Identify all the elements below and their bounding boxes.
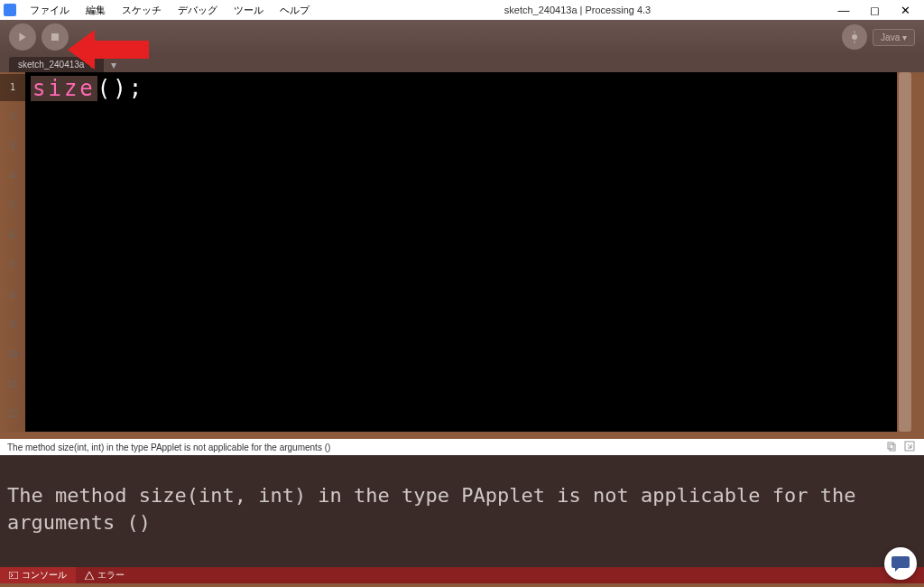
expand-error-icon[interactable] xyxy=(904,441,917,453)
debug-button[interactable] xyxy=(842,24,867,50)
console-output[interactable]: The method size(int, int) in the type PA… xyxy=(0,455,924,567)
error-message: The method size(int, int) in the type PA… xyxy=(7,443,330,452)
svg-rect-0 xyxy=(51,33,59,41)
maximize-button[interactable]: ◻ xyxy=(868,4,881,16)
tab-dropdown-icon[interactable]: ▼ xyxy=(88,61,95,70)
tab-label: sketch_240413a xyxy=(18,60,84,70)
app-icon xyxy=(4,4,16,16)
menu-debug[interactable]: デバッグ xyxy=(170,2,226,19)
line-number: 12 xyxy=(0,399,25,429)
code-editor[interactable]: size(); xyxy=(25,72,897,432)
sketch-tab[interactable]: sketch_240413a▼ xyxy=(9,57,104,72)
chat-icon xyxy=(891,554,910,573)
toolbar: Java ▾ xyxy=(0,20,924,54)
svg-rect-7 xyxy=(9,572,18,579)
editor-area: 1 2 3 4 5 6 7 8 9 10 11 12 size(); xyxy=(0,72,924,439)
menubar: ファイル 編集 スケッチ デバッグ ツール ヘルプ sketch_240413a… xyxy=(0,0,924,20)
play-icon xyxy=(17,32,28,42)
help-bubble[interactable] xyxy=(884,547,917,580)
menu-tool[interactable]: ツール xyxy=(226,2,272,19)
error-tab[interactable]: エラー xyxy=(76,567,134,583)
mode-selector[interactable]: Java ▾ xyxy=(873,29,915,46)
code-text: (); xyxy=(97,76,144,101)
error-status-bar: The method size(int, int) in the type PA… xyxy=(0,439,924,455)
line-number: 9 xyxy=(0,310,25,340)
vertical-scrollbar[interactable] xyxy=(899,72,911,432)
line-number: 6 xyxy=(0,220,25,250)
line-number: 5 xyxy=(0,191,25,220)
svg-rect-4 xyxy=(888,443,893,449)
menu-help[interactable]: ヘルプ xyxy=(272,2,318,19)
line-number: 3 xyxy=(0,131,25,161)
line-number: 10 xyxy=(0,340,25,369)
line-gutter: 1 2 3 4 5 6 7 8 9 10 11 12 xyxy=(0,72,25,432)
svg-point-1 xyxy=(852,34,857,40)
warning-icon xyxy=(85,572,94,580)
code-keyword: size xyxy=(31,76,97,101)
stop-icon xyxy=(51,33,60,42)
copy-error-icon[interactable] xyxy=(886,441,899,453)
tab-bar: sketch_240413a▼ ▾ xyxy=(0,54,924,72)
svg-rect-5 xyxy=(890,444,895,451)
console-tab[interactable]: コンソール xyxy=(0,567,76,583)
line-number: 2 xyxy=(0,101,25,131)
new-tab-button[interactable]: ▾ xyxy=(106,58,121,72)
line-number: 7 xyxy=(0,250,25,280)
menu-edit[interactable]: 編集 xyxy=(78,2,114,19)
line-number: 1 xyxy=(0,74,25,101)
stop-button[interactable] xyxy=(42,23,69,51)
window-title: sketch_240413a | Processing 4.3 xyxy=(318,5,837,15)
console-text: The method size(int, int) in the type PA… xyxy=(7,482,917,536)
line-number: 11 xyxy=(0,369,25,399)
close-button[interactable]: ✕ xyxy=(899,4,911,16)
console-tab-label: コンソール xyxy=(22,569,67,582)
minimize-button[interactable]: — xyxy=(837,4,850,16)
console-icon xyxy=(9,572,18,579)
debug-icon xyxy=(848,31,861,43)
run-button[interactable] xyxy=(9,23,36,51)
menu-sketch[interactable]: スケッチ xyxy=(114,2,170,19)
footer-tabs: コンソール エラー xyxy=(0,567,924,583)
line-number: 4 xyxy=(0,161,25,191)
menu-file[interactable]: ファイル xyxy=(22,2,78,19)
error-tab-label: エラー xyxy=(97,569,125,582)
line-number: 8 xyxy=(0,280,25,310)
